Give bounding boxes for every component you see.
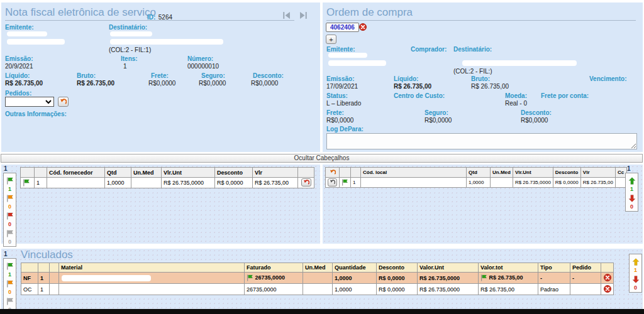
num-cell: 1 xyxy=(38,273,50,284)
log-depara-textarea[interactable] xyxy=(326,133,637,149)
curved-arrow-icon xyxy=(330,180,335,185)
col-action xyxy=(298,168,314,178)
material-redacted xyxy=(62,275,151,281)
green-flag-count: 1 xyxy=(4,271,16,278)
arrow-up-icon xyxy=(632,258,640,266)
nf-items-panel: 1 1 0 0 0 Cód. fornecedor Qtd Un.Med Vlr… xyxy=(1,165,320,244)
nf-emitente-redacted-2 xyxy=(7,39,65,45)
red-flag-icon xyxy=(6,212,14,220)
oc-liquido-value: R$ 26.735,00 xyxy=(394,83,431,90)
quantidade-cell: 1,0000 xyxy=(333,284,377,295)
item-num-cell: 1 xyxy=(35,178,47,188)
oc-frete-label: Frete: xyxy=(326,109,344,116)
arrow-up-count: 1 xyxy=(630,267,641,273)
item-vlrunt-cell[interactable]: R$ 26.735,0000 xyxy=(513,178,553,188)
faturado-value: 26735,0000 xyxy=(255,274,286,281)
curved-arrow-icon[interactable] xyxy=(330,170,336,176)
col-desconto: Desconto xyxy=(215,168,253,178)
remove-icon[interactable] xyxy=(604,285,611,293)
valorunt-cell: R$ 26.735,0000 xyxy=(418,284,479,295)
oc-bruto-value: R$ 26.735,00 xyxy=(471,83,509,90)
col-valorunt: Valor.Unt xyxy=(418,263,479,273)
remove-order-icon[interactable] xyxy=(359,23,367,31)
nf-seguro-value: R$0,0000 xyxy=(199,80,226,87)
item-sync-button[interactable] xyxy=(328,178,337,187)
nf-frete-value: R$0,0000 xyxy=(148,80,175,87)
gray-flag-icon xyxy=(6,298,14,305)
item-unmed-cell[interactable] xyxy=(131,178,162,188)
ocultar-cabecalhos-button[interactable]: Ocultar Cabeçalhos xyxy=(1,154,643,163)
nf-itens-label: Itens: xyxy=(121,55,138,62)
col-blank xyxy=(50,263,59,273)
quantidade-cell: 1,0000 xyxy=(333,273,377,284)
nf-flag-legend: 1 0 0 0 xyxy=(3,173,16,247)
nf-bruto-value: R$ 26.735,00 xyxy=(77,80,114,87)
item-qtd-cell[interactable]: 1,0000 xyxy=(467,178,491,188)
oc-moeda-value: Real - 0 xyxy=(505,100,527,107)
item-desconto-cell[interactable]: R$ 0,0000 xyxy=(215,178,253,188)
item-desconto-cell[interactable]: R$ 0,0000 xyxy=(553,178,580,188)
col-vlrunt: Vlr.Unt xyxy=(513,168,553,178)
orange-flag-count: 0 xyxy=(4,289,16,295)
erp-screen: Nota fiscal eletrônica de serviço ID: 52… xyxy=(0,0,644,314)
item-action-cell xyxy=(298,178,314,188)
material-cell xyxy=(59,273,245,284)
nf-seguro-label: Seguro: xyxy=(201,72,225,79)
x-icon xyxy=(604,274,611,281)
pedidos-select[interactable] xyxy=(5,97,54,107)
ordem-compra-panel: Ordem de compra 4062406 + Emitente: Comp… xyxy=(323,3,643,152)
nf-desconto-value: R$0,0000 xyxy=(251,80,278,87)
oc-seguro-value: R$0,0000 xyxy=(425,117,452,124)
curved-arrow-icon xyxy=(60,99,67,106)
remove-icon[interactable] xyxy=(604,274,611,281)
item-num-cell: 1 xyxy=(351,178,361,188)
col-unmed: Un.Med xyxy=(131,168,162,178)
oc-arrow-legend: 1 0 xyxy=(625,173,638,212)
col-num xyxy=(38,263,50,273)
gray-flag-count: 0 xyxy=(4,239,16,245)
item-qtd-cell[interactable]: 1,0000 xyxy=(105,178,131,188)
valortot-value: R$ 26.735,00 xyxy=(489,274,523,281)
valortot-cell: R$ 26.735,00 xyxy=(479,273,538,284)
oc-status-value: L – Liberado xyxy=(326,100,361,107)
pedidos-refresh-button[interactable] xyxy=(58,97,69,107)
item-vlr-cell[interactable]: R$ 26.735,00 xyxy=(580,178,615,188)
col-remove xyxy=(601,263,614,273)
item-vlr-cell[interactable]: R$ 26.735,00 xyxy=(253,178,298,188)
arrow-up-icon xyxy=(628,177,636,185)
green-flag-icon xyxy=(6,263,14,270)
col-unmed: Un.Med xyxy=(491,168,513,178)
oc-destinatario-label: Destinatário: xyxy=(453,46,492,53)
vinculado-row-nf: NF 1 26735,0000 1,0000 R$ 0,0000 R$ 26.7… xyxy=(21,273,614,284)
item-cod-fornecedor-cell[interactable] xyxy=(47,178,105,188)
orange-flag-icon xyxy=(6,280,14,288)
nf-emissao-label: Emissão: xyxy=(5,55,33,62)
skip-first-icon[interactable] xyxy=(282,11,291,19)
oc-title-divider xyxy=(326,20,636,21)
col-num xyxy=(351,168,361,178)
x-icon xyxy=(360,24,366,30)
item-cod-local-cell[interactable] xyxy=(361,178,467,188)
oc-log-depara-label: Log DePara: xyxy=(326,126,364,133)
nf-emitente-redacted-1 xyxy=(7,31,47,36)
pedido-cell xyxy=(570,284,601,295)
oc-frete-value: R$0,0000 xyxy=(326,117,353,124)
nf-emissao-value: 20/9/2021 xyxy=(5,63,33,70)
oc-frete-conta-label: Frete por conta: xyxy=(541,92,589,99)
valorunt-cell: R$ 26.735,0000 xyxy=(418,273,479,284)
add-order-button[interactable]: + xyxy=(326,35,336,44)
oc-emitente-redacted-1 xyxy=(328,53,367,58)
item-link-button[interactable] xyxy=(301,178,311,187)
col-material: Material xyxy=(59,263,245,273)
nf-liquido-label: Líquido: xyxy=(5,72,30,79)
tipo-cell: Padrao xyxy=(538,284,570,295)
col-doc xyxy=(21,263,38,273)
order-number-tag[interactable]: 4062406 xyxy=(326,23,359,32)
item-vlrunt-cell[interactable]: R$ 26.735,0000 xyxy=(162,178,215,188)
nota-fiscal-panel: Nota fiscal eletrônica de serviço ID: 52… xyxy=(1,3,320,152)
item-unmed-cell[interactable] xyxy=(491,178,513,188)
num-cell: 1 xyxy=(38,284,50,295)
oc-moeda-label: Moeda: xyxy=(505,92,527,99)
skip-last-icon[interactable] xyxy=(299,11,308,19)
col-vlr: Vlr xyxy=(253,168,298,178)
